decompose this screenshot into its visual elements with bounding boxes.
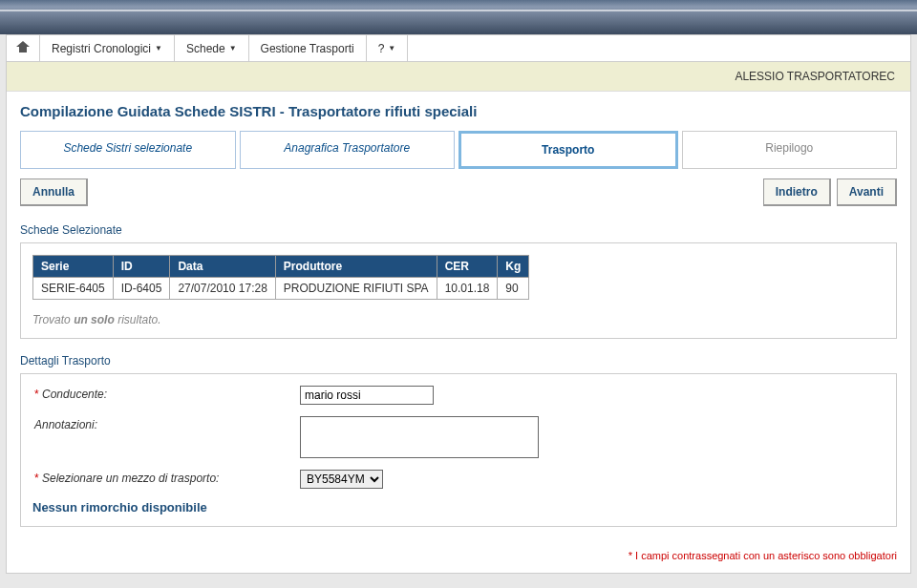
chevron-down-icon: ▼ — [155, 44, 162, 52]
home-icon[interactable] — [7, 35, 40, 61]
step-anagrafica-trasportatore[interactable]: Anagrafica Trasportatore — [240, 131, 456, 169]
step-label: Trasporto — [542, 143, 594, 157]
table-header-row: Serie ID Data Produttore CER Kg — [33, 256, 529, 278]
no-trailer-message: Nessun rimorchio disponibile — [32, 500, 885, 514]
wizard-steps: Schede Sistri selezionate Anagrafica Tra… — [20, 131, 897, 169]
cell-cer: 10.01.18 — [437, 278, 498, 300]
indietro-button[interactable]: Indietro — [763, 178, 831, 206]
row-annotazioni: Annotazioni: — [32, 416, 885, 458]
menu-gestione-trasporti[interactable]: Gestione Trasporti — [249, 35, 367, 61]
col-produttore: Produttore — [275, 256, 437, 278]
mezzo-select[interactable]: BY5584YM — [300, 470, 383, 489]
annotazioni-textarea[interactable] — [300, 416, 539, 458]
conducente-input[interactable] — [300, 386, 434, 405]
conducente-label: * Conducente: — [32, 386, 300, 401]
menu-registri-cronologici[interactable]: Registri Cronologici ▼ — [40, 35, 175, 61]
row-mezzo: * Selezionare un mezzo di trasporto: BY5… — [32, 470, 885, 489]
cell-id: ID-6405 — [113, 278, 170, 300]
required-mark: * — [34, 472, 42, 485]
col-kg: Kg — [498, 256, 529, 278]
col-cer: CER — [437, 256, 498, 278]
schede-panel: Serie ID Data Produttore CER Kg SERIE-64… — [20, 242, 897, 339]
page-container: Registri Cronologici ▼ Schede ▼ Gestione… — [6, 34, 911, 574]
mezzo-label: * Selezionare un mezzo di trasporto: — [32, 470, 300, 485]
menu-schede[interactable]: Schede ▼ — [175, 35, 249, 61]
annulla-button[interactable]: Annulla — [20, 178, 88, 206]
menu-label: Gestione Trasporti — [261, 42, 354, 55]
required-mark: * — [34, 388, 42, 401]
chevron-down-icon: ▼ — [388, 44, 395, 52]
step-label: Anagrafica Trasportatore — [284, 141, 410, 155]
user-bar: ALESSIO TRASPORTATOREC — [7, 62, 910, 92]
result-count-note: Trovato un solo risultato. — [32, 313, 885, 326]
section-schede-selezionate-label: Schede Selezionate — [20, 223, 897, 237]
cell-data: 27/07/2010 17:28 — [170, 278, 275, 300]
cell-kg: 90 — [498, 278, 529, 300]
row-conducente: * Conducente: — [32, 386, 885, 405]
menu-label: Schede — [186, 42, 225, 55]
section-dettagli-trasporto-label: Dettagli Trasporto — [20, 354, 897, 368]
avanti-button[interactable]: Avanti — [837, 178, 897, 206]
dettagli-panel: * Conducente: Annotazioni: * Selezionare… — [20, 373, 897, 527]
menu-label: ? — [378, 42, 385, 55]
step-schede-selezionate[interactable]: Schede Sistri selezionate — [20, 131, 236, 169]
col-serie: Serie — [33, 256, 114, 278]
menu-help[interactable]: ? ▼ — [367, 35, 409, 61]
schede-table: Serie ID Data Produttore CER Kg SERIE-64… — [32, 255, 529, 300]
cell-serie: SERIE-6405 — [33, 278, 114, 300]
chevron-down-icon: ▼ — [229, 44, 237, 52]
top-menubar: Registri Cronologici ▼ Schede ▼ Gestione… — [7, 35, 910, 62]
mandatory-fields-note: * I campi contrassegnati con un asterisc… — [20, 550, 897, 561]
cell-produttore: PRODUZIONE RIFIUTI SPA — [275, 278, 437, 300]
wizard-button-row: Annulla Indietro Avanti — [20, 178, 897, 206]
step-label: Riepilogo — [765, 141, 813, 155]
step-label: Schede Sistri selezionate — [63, 141, 192, 155]
col-data: Data — [170, 256, 275, 278]
step-trasporto[interactable]: Trasporto — [458, 131, 678, 169]
current-user: ALESSIO TRASPORTATOREC — [735, 70, 895, 83]
menu-label: Registri Cronologici — [52, 42, 151, 55]
step-riepilogo: Riepilogo — [682, 131, 898, 169]
app-header-banner — [0, 0, 917, 34]
annotazioni-label: Annotazioni: — [32, 416, 300, 431]
page-title: Compilazione Guidata Schede SISTRI - Tra… — [20, 103, 897, 119]
table-row[interactable]: SERIE-6405 ID-6405 27/07/2010 17:28 PROD… — [33, 278, 529, 300]
content-area: Compilazione Guidata Schede SISTRI - Tra… — [7, 92, 910, 573]
col-id: ID — [113, 256, 170, 278]
